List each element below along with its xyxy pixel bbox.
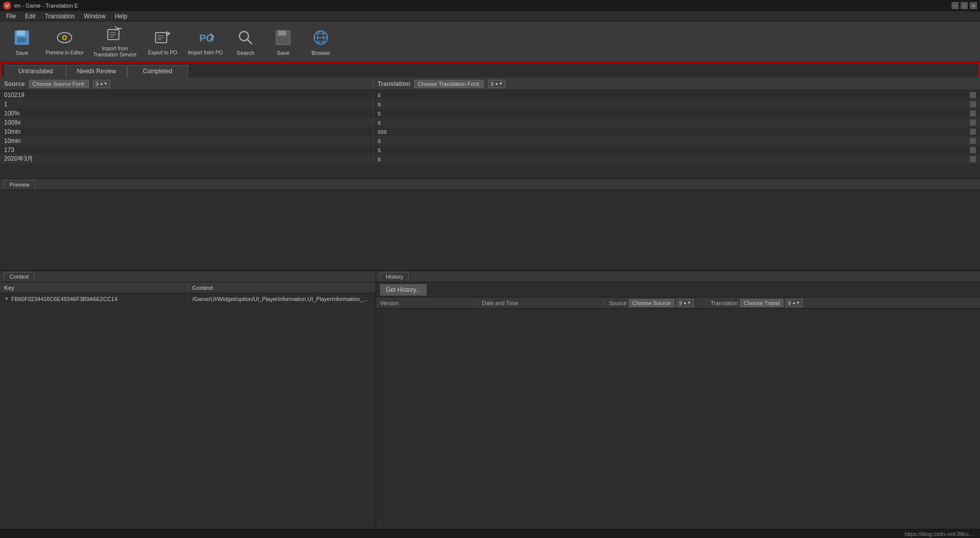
table-row[interactable]: 173 s bbox=[0, 145, 980, 155]
ctx-cell-context: /Game/UI/Widget/option/UI_PlayerInformat… bbox=[188, 296, 376, 302]
app-icon: U bbox=[3, 2, 11, 10]
source-col-label: Source bbox=[609, 300, 627, 306]
history-toolbar: Get History... bbox=[376, 282, 980, 297]
cell-translation: s bbox=[374, 156, 980, 163]
cell-source: 1009x bbox=[0, 119, 374, 126]
context-row[interactable]: ▼ FB60F0234416C6E49346F3B9A6E2CC14 /Game… bbox=[0, 293, 376, 305]
maximize-button[interactable]: □ bbox=[961, 2, 968, 9]
table-row[interactable]: 2020年3月 s bbox=[0, 155, 980, 164]
row-indicator bbox=[970, 138, 976, 144]
choose-translation-font-button[interactable]: Choose Translation Font: bbox=[414, 80, 484, 88]
menu-window[interactable]: Window bbox=[80, 12, 110, 21]
browse-icon bbox=[311, 27, 331, 48]
row-indicator bbox=[970, 92, 976, 98]
export-po-label: Export to PO bbox=[148, 50, 177, 56]
menu-bar: File Edit Translation Window Help bbox=[0, 11, 980, 21]
import-po-label: Import from PO bbox=[188, 50, 223, 56]
window-controls: ─ □ ✕ bbox=[952, 2, 977, 9]
cell-translation: s bbox=[374, 146, 980, 154]
cell-source: 100% bbox=[0, 110, 374, 117]
tab-untranslated[interactable]: Untranslated bbox=[5, 65, 66, 77]
cell-source: 10min bbox=[0, 137, 374, 144]
eye-icon bbox=[54, 27, 75, 48]
source-col-header: Source Choose Source 9 ▲▼ bbox=[605, 299, 707, 307]
svg-rect-2 bbox=[17, 38, 26, 43]
browse-button[interactable]: Browse bbox=[303, 23, 339, 60]
menu-file[interactable]: File bbox=[2, 12, 20, 21]
tab-bar: Untranslated Needs Review Completed bbox=[0, 62, 980, 77]
search-button[interactable]: Search bbox=[228, 23, 263, 60]
translation-font-size: 9 bbox=[491, 81, 494, 87]
row-indicator bbox=[970, 110, 976, 116]
source-label: Source bbox=[4, 80, 25, 87]
export-po-button[interactable]: Export to PO bbox=[142, 23, 183, 60]
history-table-header: Version Date and Time Source Choose Sour… bbox=[376, 297, 980, 309]
cell-source: 10min bbox=[0, 128, 374, 135]
row-indicator bbox=[970, 156, 976, 162]
tab-needs-review[interactable]: Needs Review bbox=[66, 65, 127, 77]
history-panel: History Get History... Version Date and … bbox=[376, 271, 980, 529]
cell-translation: s bbox=[374, 101, 980, 108]
cell-translation: sss bbox=[374, 128, 980, 135]
table-row[interactable]: 1 s bbox=[0, 100, 980, 109]
choose-source-font-button[interactable]: Choose Source Font: bbox=[29, 80, 89, 88]
minimize-button[interactable]: ─ bbox=[952, 2, 959, 9]
svg-point-5 bbox=[64, 37, 66, 39]
close-button[interactable]: ✕ bbox=[970, 2, 977, 9]
import-translation-label: Import from Translation Service bbox=[91, 46, 138, 58]
get-history-button[interactable]: Get History... bbox=[380, 284, 426, 295]
context-column-header: Context bbox=[188, 285, 376, 291]
save-icon bbox=[12, 27, 32, 48]
datetime-col-header: Date and Time bbox=[478, 300, 605, 306]
version-col-header: Version bbox=[376, 300, 478, 306]
history-translation-font-size[interactable]: 9 ▲▼ bbox=[785, 299, 803, 307]
preview-tab[interactable]: Preview bbox=[4, 180, 35, 189]
translation-font-size-control[interactable]: 9 ▲▼ bbox=[488, 80, 505, 88]
table-row[interactable]: 10min s bbox=[0, 136, 980, 145]
save2-button[interactable]: Save bbox=[265, 23, 301, 60]
preview-editor-label: Preview in Editor bbox=[45, 50, 83, 56]
history-panel-header: History bbox=[376, 271, 980, 282]
cell-source: 173 bbox=[0, 146, 374, 154]
save-button[interactable]: Save bbox=[4, 23, 40, 60]
menu-edit[interactable]: Edit bbox=[21, 12, 40, 21]
export-icon bbox=[152, 27, 173, 48]
source-font-size-control[interactable]: 9 ▲▼ bbox=[93, 80, 110, 88]
preview-editor-button[interactable]: Preview in Editor bbox=[42, 23, 87, 60]
table-row[interactable]: 010219 s bbox=[0, 91, 980, 100]
cell-source: 2020年3月 bbox=[0, 155, 374, 163]
row-indicator bbox=[970, 119, 976, 126]
cell-translation: s bbox=[374, 92, 980, 99]
save2-icon bbox=[273, 27, 293, 48]
import-icon bbox=[105, 25, 125, 44]
translation-table: Source Choose Source Font: 9 ▲▼ Translat… bbox=[0, 77, 980, 179]
svg-line-18 bbox=[247, 39, 252, 44]
history-source-font-size[interactable]: 9 ▲▼ bbox=[677, 299, 694, 307]
context-rows: ▼ FB60F0234416C6E49346F3B9A6E2CC14 /Game… bbox=[0, 293, 376, 305]
choose-source-history-button[interactable]: Choose Source bbox=[629, 299, 675, 307]
context-tab[interactable]: Context bbox=[4, 272, 35, 281]
context-table-header: Key Context bbox=[0, 282, 376, 293]
translation-label: Translation bbox=[378, 80, 410, 87]
menu-help[interactable]: Help bbox=[111, 12, 132, 21]
cell-source: 010219 bbox=[0, 92, 374, 99]
history-tab[interactable]: History bbox=[380, 272, 409, 281]
import-po-button[interactable]: PO Import from PO bbox=[185, 23, 226, 60]
toolbar: Save Preview in Editor Import from Trans… bbox=[0, 21, 980, 62]
table-row[interactable]: 1009x s bbox=[0, 118, 980, 127]
key-column-header: Key bbox=[0, 285, 188, 291]
source-font-size: 9 bbox=[96, 81, 99, 87]
table-header: Source Choose Source Font: 9 ▲▼ Translat… bbox=[0, 77, 980, 91]
import-translation-button[interactable]: Import from Translation Service bbox=[89, 23, 140, 60]
translation-col-header: Translation Choose Transl 9 ▲▼ bbox=[707, 299, 980, 307]
table-row[interactable]: 100% s bbox=[0, 109, 980, 118]
cell-translation: s bbox=[374, 110, 980, 117]
cell-source: 1 bbox=[0, 101, 374, 108]
row-indicator bbox=[970, 101, 976, 107]
table-row[interactable]: 10min sss bbox=[0, 127, 980, 136]
tab-completed[interactable]: Completed bbox=[127, 65, 188, 77]
bottom-panels: Context Key Context ▼ FB60F0234416C6E493… bbox=[0, 271, 980, 529]
menu-translation[interactable]: Translation bbox=[41, 12, 79, 21]
row-indicator bbox=[970, 129, 976, 135]
choose-translation-history-button[interactable]: Choose Transl bbox=[740, 299, 783, 307]
